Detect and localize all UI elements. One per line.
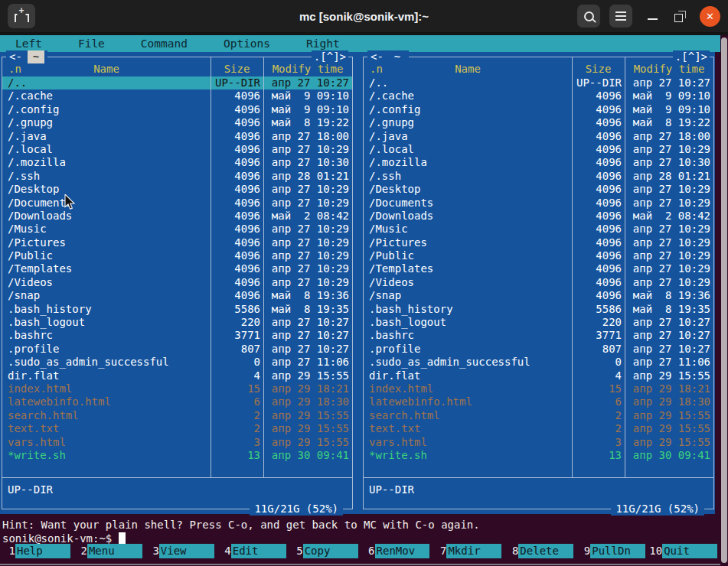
file-row[interactable]: /Music4096апр 27 10:29 bbox=[364, 223, 713, 236]
file-name: /Templates bbox=[2, 262, 211, 275]
file-row[interactable]: /Templates4096апр 27 10:29 bbox=[364, 262, 713, 275]
file-name: .bash_history bbox=[364, 303, 572, 316]
file-row[interactable]: /Public4096апр 27 10:29 bbox=[2, 249, 352, 262]
file-row[interactable]: search.html2апр 29 15:55 bbox=[364, 409, 713, 422]
search-button[interactable] bbox=[577, 5, 600, 28]
column-size[interactable]: Size bbox=[572, 63, 625, 76]
fn-key-help[interactable]: 1Help bbox=[2, 544, 73, 558]
fn-key-menu[interactable]: 2Menu bbox=[73, 544, 145, 558]
file-row[interactable]: /.config4096май 9 09:10 bbox=[2, 103, 352, 116]
scrollbar-thumb[interactable] bbox=[721, 37, 727, 563]
fn-key-edit[interactable]: 4Edit bbox=[217, 544, 289, 558]
panel-history-back[interactable]: <- bbox=[9, 50, 22, 63]
file-row[interactable]: /.mozilla4096апр 27 10:30 bbox=[2, 156, 352, 169]
column-mtime[interactable]: Modify time bbox=[625, 63, 713, 76]
file-row[interactable]: /..UP--DIRапр 27 10:27 bbox=[2, 76, 352, 89]
app-menu-button[interactable] bbox=[609, 5, 632, 28]
file-row[interactable]: /Downloads4096май 2 08:42 bbox=[364, 210, 713, 223]
file-row[interactable]: /Videos4096апр 27 10:29 bbox=[364, 276, 713, 289]
close-button[interactable]: ✕ bbox=[700, 6, 720, 27]
column-size[interactable]: Size bbox=[211, 63, 263, 76]
file-row[interactable]: vars.html3апр 29 15:55 bbox=[2, 436, 352, 449]
fn-key-quit[interactable]: 10Quit bbox=[648, 544, 720, 558]
panel-path[interactable]: ~ bbox=[28, 50, 44, 63]
menu-item-right[interactable]: Right bbox=[306, 37, 340, 50]
file-row[interactable]: /Templates4096апр 27 10:29 bbox=[2, 262, 352, 275]
file-row[interactable]: /.config4096май 9 09:10 bbox=[364, 103, 713, 116]
column-mtime[interactable]: Modify time bbox=[263, 63, 352, 76]
file-row[interactable]: /Public4096апр 27 10:29 bbox=[364, 249, 713, 262]
file-row[interactable]: /.cache4096май 9 09:10 bbox=[364, 89, 713, 102]
file-row[interactable]: .bash_logout220апр 27 10:27 bbox=[2, 316, 352, 329]
file-row[interactable]: /Desktop4096апр 27 10:29 bbox=[364, 183, 713, 196]
file-row[interactable]: text.txt2апр 29 15:55 bbox=[2, 422, 352, 435]
fn-key-pulldn[interactable]: 9PullDn bbox=[576, 544, 648, 558]
file-row[interactable]: dir.flat4апр 29 15:55 bbox=[2, 369, 352, 382]
panel-history-back[interactable]: <- bbox=[371, 50, 384, 63]
fn-key-delete[interactable]: 8Delete bbox=[504, 544, 576, 558]
file-row[interactable]: index.html15апр 29 18:21 bbox=[2, 382, 352, 395]
fn-key-mkdir[interactable]: 7Mkdir bbox=[433, 544, 504, 558]
file-row[interactable]: .bash_logout220апр 27 10:27 bbox=[364, 316, 713, 329]
minimize-button[interactable] bbox=[645, 5, 660, 28]
file-row[interactable]: /Documents4096апр 27 10:29 bbox=[2, 197, 352, 210]
file-row[interactable]: /snap4096май 8 19:36 bbox=[364, 289, 713, 302]
file-row[interactable]: /Music4096апр 27 10:29 bbox=[2, 223, 352, 236]
file-row[interactable]: *write.sh13апр 30 09:41 bbox=[364, 449, 713, 462]
file-row[interactable]: /.gnupg4096май 8 19:22 bbox=[364, 116, 713, 129]
restore-button[interactable] bbox=[672, 5, 687, 28]
file-row[interactable]: /.ssh4096апр 28 01:21 bbox=[364, 170, 713, 183]
file-row[interactable]: index.html15апр 29 18:21 bbox=[364, 382, 713, 395]
file-row[interactable]: latewebinfo.html6апр 29 18:30 bbox=[364, 395, 713, 408]
column-name[interactable]: Name bbox=[455, 63, 481, 75]
file-row[interactable]: search.html2апр 29 15:55 bbox=[2, 409, 352, 422]
menu-item-file[interactable]: File bbox=[78, 37, 105, 50]
fn-key-copy[interactable]: 5Copy bbox=[289, 544, 361, 558]
file-row[interactable]: /.cache4096май 9 09:10 bbox=[2, 89, 352, 102]
new-tab-button[interactable]: + bbox=[8, 4, 35, 28]
menu-item-options[interactable]: Options bbox=[224, 37, 270, 50]
panel-header-buttons[interactable]: .[^]> bbox=[673, 50, 710, 63]
file-row[interactable]: .sudo_as_admin_successful0апр 27 11:06 bbox=[2, 356, 352, 369]
sort-indicator[interactable]: .n bbox=[370, 63, 383, 75]
file-row[interactable]: /.mozilla4096апр 27 10:30 bbox=[364, 156, 713, 169]
menu-item-left[interactable]: Left bbox=[15, 37, 42, 50]
file-row[interactable]: text.txt2апр 29 15:55 bbox=[364, 422, 713, 435]
file-row[interactable]: dir.flat4апр 29 15:55 bbox=[364, 369, 713, 382]
panel-path[interactable]: ~ bbox=[389, 50, 406, 63]
column-name[interactable]: Name bbox=[93, 63, 119, 75]
file-row[interactable]: /Pictures4096апр 27 10:29 bbox=[364, 236, 713, 249]
scrollbar[interactable] bbox=[720, 35, 728, 566]
fn-key-renmov[interactable]: 6RenMov bbox=[361, 544, 433, 558]
file-row[interactable]: .bash_history5586май 8 19:35 bbox=[2, 303, 352, 316]
file-row[interactable]: /snap4096май 8 19:36 bbox=[2, 289, 352, 302]
file-row[interactable]: vars.html3апр 29 15:55 bbox=[364, 436, 713, 449]
file-row[interactable]: /Desktop4096апр 27 10:29 bbox=[2, 183, 352, 196]
file-row[interactable]: /.local4096апр 27 10:29 bbox=[364, 143, 713, 156]
file-row[interactable]: .bashrc3771апр 27 10:27 bbox=[364, 329, 713, 342]
sort-indicator[interactable]: .n bbox=[8, 63, 21, 75]
file-row[interactable]: /.java4096апр 27 18:00 bbox=[364, 130, 713, 143]
file-row[interactable]: latewebinfo.html6апр 29 18:30 bbox=[2, 395, 352, 408]
file-row[interactable]: /..UP--DIRапр 27 10:27 bbox=[364, 76, 713, 89]
file-row[interactable]: .profile807апр 27 10:27 bbox=[2, 343, 352, 356]
file-row[interactable]: *write.sh13апр 30 09:41 bbox=[2, 449, 352, 462]
fn-key-number: 2 bbox=[73, 544, 87, 558]
panel-header-buttons[interactable]: .[^]> bbox=[312, 50, 348, 63]
file-row[interactable]: /.ssh4096апр 28 01:21 bbox=[2, 170, 352, 183]
file-row[interactable]: /.java4096апр 27 18:00 bbox=[2, 130, 352, 143]
shell-prompt[interactable]: sonik@sonik-vm:~$ bbox=[2, 532, 126, 545]
file-row[interactable]: /.local4096апр 27 10:29 bbox=[2, 143, 352, 156]
menu-item-command[interactable]: Command bbox=[141, 37, 188, 50]
file-row[interactable]: /.gnupg4096май 8 19:22 bbox=[2, 116, 352, 129]
file-row[interactable]: .profile807апр 27 10:27 bbox=[364, 343, 713, 356]
file-row[interactable]: .sudo_as_admin_successful0апр 27 11:06 bbox=[364, 356, 713, 369]
file-row[interactable]: /Videos4096апр 27 10:29 bbox=[2, 276, 352, 289]
file-size: 807 bbox=[572, 343, 625, 356]
file-row[interactable]: .bash_history5586май 8 19:35 bbox=[364, 303, 713, 316]
file-row[interactable]: /Documents4096апр 27 10:29 bbox=[364, 197, 713, 210]
fn-key-view[interactable]: 3View bbox=[145, 544, 217, 558]
file-row[interactable]: /Downloads4096май 2 08:42 bbox=[2, 210, 352, 223]
file-row[interactable]: .bashrc3771апр 27 10:27 bbox=[2, 329, 352, 342]
file-row[interactable]: /Pictures4096апр 27 10:29 bbox=[2, 236, 352, 249]
